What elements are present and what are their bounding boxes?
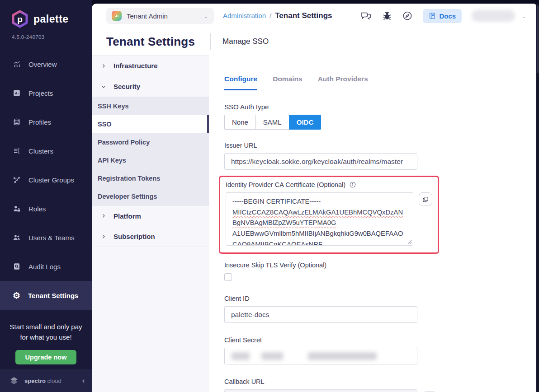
sso-auth-type-segmented: None SAML OIDC — [224, 115, 321, 130]
tenant-admin-icon — [112, 11, 122, 21]
tab-domains[interactable]: Domains — [273, 75, 302, 90]
sidebar-item-tenant-settings[interactable]: ⚙ Tenant Settings — [0, 281, 92, 310]
client-id-input[interactable] — [224, 306, 417, 323]
sidebar-item-projects[interactable]: Projects — [0, 79, 92, 107]
ca-certificate-highlight-box: Identity Provider CA Certificate (Option… — [219, 176, 439, 254]
scrollbar[interactable] — [536, 4, 539, 392]
sidebar-item-users-teams[interactable]: Users & Teams — [0, 223, 92, 252]
bar-chart-icon — [13, 89, 21, 97]
section-label: Subscription — [113, 233, 155, 240]
bug-report-icon[interactable] — [382, 10, 392, 21]
spectro-cloud-wordmark: spectro cloud — [24, 378, 61, 384]
svg-text:p: p — [17, 14, 23, 24]
issuer-url-input[interactable] — [224, 153, 417, 170]
page-header: Tenant Settings Manage SSO — [92, 28, 536, 55]
page-title: Tenant Settings — [106, 35, 195, 49]
issuer-url-label: Issuer URL — [224, 142, 536, 149]
scope-selector[interactable]: Tenant Admin ⌄ — [106, 8, 214, 24]
sidebar-item-label: Overview — [28, 61, 57, 68]
user-menu[interactable] — [472, 10, 515, 22]
sidebar-item-label: Roles — [28, 205, 46, 213]
chevron-right-icon — [101, 213, 106, 219]
security-items: SSH Keys SSO Password Policy API Keys Re… — [92, 97, 209, 205]
settings-nav-item-password-policy[interactable]: Password Policy — [92, 133, 209, 151]
ca-certificate-textarea[interactable]: -----BEGIN CERTIFICATE----- MIICtzCCAZ8C… — [226, 192, 413, 246]
chevron-down-icon: ⌄ — [203, 13, 208, 19]
breadcrumb-current: Tenant Settings — [275, 11, 332, 20]
info-icon[interactable] — [349, 181, 356, 188]
blurred-secret-segment — [232, 352, 250, 360]
collapse-sidebar-icon[interactable]: ‹ — [82, 377, 85, 385]
insecure-skip-tls-checkbox[interactable] — [224, 273, 232, 281]
palette-logo-icon: p — [11, 10, 29, 28]
section-label: Platform — [113, 212, 141, 220]
copy-certificate-button[interactable] — [419, 192, 432, 206]
sidebar-item-label: Users & Teams — [28, 234, 74, 242]
tab-configure[interactable]: Configure — [224, 75, 257, 90]
sidebar-footer: spectro cloud ‹ — [0, 369, 92, 392]
chevron-right-icon — [101, 234, 106, 239]
copy-icon — [422, 196, 429, 203]
divider — [210, 33, 211, 50]
scope-label: Tenant Admin — [127, 12, 168, 20]
section-label: Security — [113, 83, 140, 90]
docs-button[interactable]: Docs — [423, 9, 462, 23]
sidebar-item-overview[interactable]: Overview — [0, 50, 92, 79]
logo-text: palette — [33, 13, 69, 25]
sidebar-item-label: Projects — [28, 89, 53, 97]
auth-type-none-button[interactable]: None — [224, 115, 256, 130]
sidebar-item-audit-logs[interactable]: Audit Logs — [0, 252, 92, 281]
callback-url-label: Callback URL — [224, 378, 536, 385]
client-secret-label: Client Secret — [224, 336, 536, 344]
palette-logo: p palette — [0, 0, 92, 28]
blurred-secret-segment — [261, 352, 283, 360]
callback-url-input — [224, 389, 417, 392]
app-version: 4.5.0-240703 — [0, 28, 92, 40]
insecure-skip-tls-label: Insecure Skip TLS Verify (Optional) — [224, 261, 536, 269]
settings-nav-item-developer-settings[interactable]: Developer Settings — [92, 187, 209, 205]
server-list-icon — [13, 147, 21, 155]
chevron-down-icon[interactable]: ⌄ — [521, 13, 526, 19]
settings-nav-item-registration-tokens[interactable]: Registration Tokens — [92, 169, 209, 187]
settings-nav-item-ssh-keys[interactable]: SSH Keys — [92, 97, 209, 115]
tab-auth-providers[interactable]: Auth Providers — [318, 75, 368, 90]
upgrade-now-button[interactable]: Upgrade now — [15, 350, 77, 364]
ca-certificate-label: Identity Provider CA Certificate (Option… — [226, 181, 432, 188]
sidebar-item-label: Profiles — [28, 118, 51, 126]
breadcrumb-parent-link[interactable]: Administration — [223, 12, 266, 19]
blurred-secret-segment — [308, 352, 377, 360]
settings-nav-item-sso[interactable]: SSO — [92, 115, 209, 133]
sidebar-item-label: Audit Logs — [28, 263, 61, 271]
resize-handle-icon[interactable] — [407, 240, 412, 244]
topbar: Tenant Admin ⌄ Administration / Tenant S… — [92, 4, 536, 28]
spectro-cloud-logo-icon — [7, 374, 21, 387]
network-nodes-icon — [13, 176, 21, 184]
compass-icon[interactable] — [402, 10, 413, 21]
chart-line-icon — [13, 60, 21, 68]
section-security[interactable]: Security — [92, 76, 209, 97]
sidebar-item-cluster-groups[interactable]: Cluster Groups — [0, 165, 92, 194]
auth-type-saml-button[interactable]: SAML — [255, 115, 289, 130]
page-subtitle: Manage SSO — [222, 37, 269, 46]
sidebar-item-profiles[interactable]: Profiles — [0, 107, 92, 136]
settings-nav-item-api-keys[interactable]: API Keys — [92, 151, 209, 169]
breadcrumb: Administration / Tenant Settings — [223, 11, 332, 20]
upgrade-promo: Start small and only pay for what you us… — [0, 315, 92, 364]
sso-configure-panel: Configure Domains Auth Providers SSO Aut… — [209, 55, 536, 392]
user-lock-icon — [13, 205, 21, 213]
client-id-label: Client ID — [224, 295, 536, 302]
users-icon — [13, 233, 21, 242]
feedback-chat-icon[interactable] — [360, 10, 372, 21]
book-icon — [429, 12, 436, 19]
section-subscription[interactable]: Subscription — [92, 226, 209, 247]
chevron-right-icon — [101, 63, 106, 69]
section-infrastructure[interactable]: Infrastructure — [92, 56, 209, 76]
scrollbar-thumb[interactable] — [537, 5, 539, 73]
section-platform[interactable]: Platform — [92, 205, 209, 226]
chevron-down-icon — [101, 84, 106, 89]
sidebar-item-roles[interactable]: Roles — [0, 194, 92, 223]
auth-type-oidc-button[interactable]: OIDC — [289, 115, 322, 130]
breadcrumb-separator: / — [270, 12, 271, 19]
tab-bar: Configure Domains Auth Providers — [224, 75, 536, 90]
sidebar-item-clusters[interactable]: Clusters — [0, 136, 92, 165]
